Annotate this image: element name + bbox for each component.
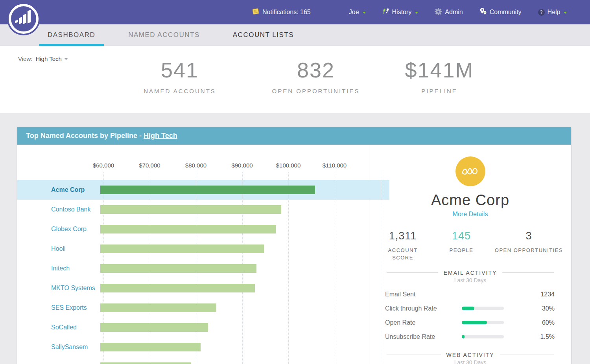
bar-track — [100, 239, 389, 259]
chart-title-view-link[interactable]: High Tech — [144, 132, 177, 140]
metric-label: Email Sent — [385, 291, 462, 298]
account-row — [17, 357, 389, 364]
map-pins-icon — [479, 7, 487, 17]
account-link[interactable]: Acme Corp — [17, 186, 100, 193]
view-dropdown[interactable]: High Tech — [35, 55, 68, 62]
metric-bar-wrap — [462, 335, 510, 338]
progress-fill — [462, 335, 465, 338]
pipeline-bar[interactable] — [100, 186, 315, 194]
web-activity-header: WEB ACTIVITY — [369, 352, 571, 358]
notifications-icon — [252, 8, 260, 17]
account-link[interactable]: Hooli — [17, 245, 100, 252]
axis-tick-label: $60,000 — [86, 162, 121, 169]
notifications-button[interactable]: Notifications: 165 — [252, 8, 311, 17]
user-menu-label: Joe — [349, 9, 359, 16]
pipeline-bar[interactable] — [100, 225, 276, 233]
chevron-down-icon — [415, 12, 418, 14]
email-metric-row: Open Rate60% — [369, 316, 571, 330]
web-activity-subtitle: Last 30 Days — [369, 359, 571, 364]
account-link[interactable]: SallySansem — [17, 344, 100, 351]
community-menu[interactable]: Community — [479, 7, 522, 17]
email-activity-header: EMAIL ACTIVITY — [369, 270, 571, 276]
footprints-icon — [382, 8, 389, 17]
tab-account-lists[interactable]: ACCOUNT LISTS — [224, 24, 302, 46]
account-row: Hooli — [17, 239, 389, 259]
progress-fill — [462, 307, 474, 310]
account-row: MKTO Systems — [17, 278, 389, 298]
bar-track — [100, 219, 389, 239]
chart-title-text: Top Named Accounts by Pipeline - — [26, 132, 144, 140]
progress-track — [462, 307, 504, 310]
metric-label: Open Rate — [385, 319, 462, 326]
more-details-link[interactable]: More Details — [369, 211, 571, 218]
notifications-label: Notifications: 165 — [262, 9, 311, 16]
top-accounts-card: Top Named Accounts by Pipeline - High Te… — [17, 127, 571, 364]
metric-value: 1234 — [510, 291, 555, 298]
pipeline-bar[interactable] — [100, 343, 201, 351]
detail-stat-label: PEOPLE — [438, 246, 485, 254]
account-name: Acme Corp — [369, 192, 571, 209]
admin-label: Admin — [445, 9, 463, 16]
account-row: Globex Corp — [17, 219, 389, 239]
marketo-logo[interactable] — [7, 2, 41, 36]
admin-menu[interactable]: Admin — [435, 8, 463, 17]
pipeline-bar[interactable] — [100, 205, 281, 214]
stat-label: OPEN OPPORTUNITIES — [249, 88, 383, 94]
history-menu[interactable]: History — [382, 8, 419, 17]
pipeline-bar[interactable] — [100, 303, 216, 312]
bar-track — [100, 180, 389, 200]
pipeline-bar[interactable] — [100, 284, 255, 292]
stat-value: $141M — [372, 58, 506, 82]
axis-tick-label: $80,000 — [178, 162, 214, 169]
view-dropdown-value: High Tech — [35, 55, 61, 62]
tab-named-accounts[interactable]: NAMED ACCOUNTS — [120, 24, 208, 46]
history-label: History — [392, 9, 412, 16]
bar-track — [100, 278, 389, 298]
axis-tick-label: $100,000 — [271, 162, 306, 169]
account-link[interactable]: Globex Corp — [17, 226, 100, 233]
axis-tick-label: $110,000 — [317, 162, 352, 169]
bar-track — [100, 200, 389, 219]
chart-title: Top Named Accounts by Pipeline - High Te… — [17, 127, 571, 145]
detail-stat-open-opportunities: 3 OPEN OPPORTUNITIES — [494, 228, 563, 262]
account-row: SoCalled — [17, 318, 389, 337]
pipeline-bar[interactable] — [100, 323, 208, 332]
metric-value: 1.5% — [510, 333, 555, 340]
detail-stat-people: 145 PEOPLE — [438, 228, 485, 262]
email-activity-subtitle: Last 30 Days — [369, 277, 571, 283]
axis-tick-label: $90,000 — [225, 162, 260, 169]
summary-panel: View: High Tech 541 NAMED ACCOUNTS 832 O… — [0, 46, 590, 113]
metric-label: Unsubscribe Rate — [385, 333, 462, 340]
chevron-down-icon — [363, 12, 366, 14]
pipeline-bar[interactable] — [100, 362, 191, 364]
pipeline-bar[interactable] — [100, 245, 264, 253]
account-detail-panel: Acme Corp More Details 1,311 ACCOUNT SCO… — [369, 145, 571, 364]
divider — [500, 355, 554, 355]
pipeline-bar[interactable] — [100, 264, 256, 273]
top-navbar: Notifications: 165 Joe History — [0, 0, 590, 24]
bar-track — [100, 357, 389, 364]
progress-track — [462, 321, 504, 324]
stat-pipeline: $141M PIPELINE — [372, 58, 506, 94]
account-link[interactable]: Initech — [17, 265, 100, 272]
account-link[interactable]: SoCalled — [17, 324, 100, 331]
help-menu[interactable]: ? Help — [538, 9, 567, 16]
section-title: EMAIL ACTIVITY — [444, 270, 497, 276]
help-icon: ? — [538, 9, 545, 16]
main-tab-bar: DASHBOARD NAMED ACCOUNTS ACCOUNT LISTS — [0, 24, 590, 46]
account-link[interactable]: SES Exports — [17, 304, 100, 311]
account-row: SallySansem — [17, 337, 389, 357]
bar-track — [100, 259, 389, 278]
detail-stat-value: 145 — [438, 228, 485, 244]
user-menu[interactable]: Joe — [349, 9, 366, 16]
chevron-down-icon — [64, 58, 68, 60]
stat-value: 832 — [249, 58, 383, 82]
tab-dashboard[interactable]: DASHBOARD — [39, 24, 104, 46]
email-metric-row: Email Sent1234 — [369, 287, 571, 301]
account-link[interactable]: MKTO Systems — [17, 285, 100, 292]
account-link[interactable]: Contoso Bank — [17, 206, 100, 213]
gear-icon — [435, 8, 442, 17]
account-row: Initech — [17, 259, 389, 278]
divider — [387, 272, 438, 273]
metric-value: 60% — [510, 319, 555, 326]
